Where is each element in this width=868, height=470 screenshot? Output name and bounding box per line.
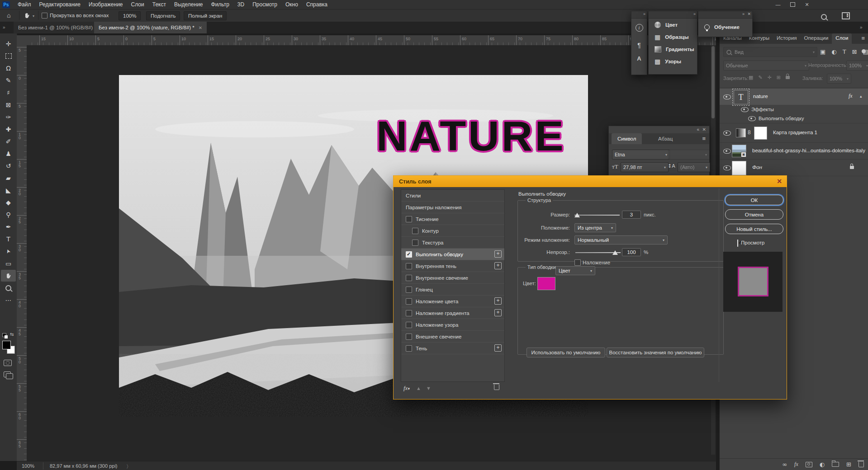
- paragraph-panel-icon[interactable]: ¶: [631, 32, 647, 49]
- hand-tool-icon[interactable]: [24, 12, 31, 19]
- frame-tool[interactable]: ⊠: [1, 99, 16, 111]
- eyedropper-tool[interactable]: ✑: [1, 111, 16, 123]
- add-effect-instance-icon[interactable]: +: [494, 297, 502, 305]
- panel-menu-icon[interactable]: ≡: [861, 33, 868, 44]
- collapse-flyout-icon[interactable]: »: [693, 12, 695, 16]
- visibility-eye-icon[interactable]: [723, 94, 731, 99]
- filter-shape-icon[interactable]: ⊠: [852, 48, 857, 55]
- style-list-item[interactable]: Параметры наложения: [401, 202, 504, 213]
- scroll-all-windows-checkbox[interactable]: [42, 13, 47, 19]
- lasso-tool[interactable]: Ω: [1, 62, 16, 74]
- filter-pixel-layers-icon[interactable]: ▣: [820, 48, 825, 55]
- flyout-item-color[interactable]: Цвет: [649, 19, 697, 31]
- eraser-tool[interactable]: ▰: [1, 172, 16, 184]
- foreground-color-swatch[interactable]: [2, 341, 11, 349]
- menu-item[interactable]: Просмотр: [248, 0, 281, 9]
- visibility-eye-icon[interactable]: [723, 165, 731, 170]
- delete-layer-icon[interactable]: [859, 462, 864, 467]
- add-mask-icon[interactable]: [806, 462, 812, 467]
- flyout-item-swatches[interactable]: ▦Образцы: [649, 31, 697, 43]
- font-style-field[interactable]: ▾: [668, 150, 710, 160]
- lock-artboard-icon[interactable]: ⊞: [777, 75, 781, 80]
- layer-row-gradient-map[interactable]: 8 Карта градиента 1: [720, 123, 868, 142]
- add-effect-instance-icon[interactable]: +: [494, 344, 502, 352]
- style-list-item[interactable]: Наложение градиента+: [401, 307, 504, 319]
- blend-mode-dropdown[interactable]: Обычные▾: [723, 61, 809, 70]
- flyout-item-patterns[interactable]: ▩Узоры: [649, 55, 697, 67]
- layer-effects-icon[interactable]: fx: [794, 461, 798, 468]
- close-button[interactable]: ✕: [800, 0, 814, 9]
- position-dropdown[interactable]: Из центра▾: [574, 223, 616, 232]
- leading-field[interactable]: (Авто)▾: [678, 162, 710, 172]
- dodge-tool[interactable]: ⚲: [1, 209, 16, 221]
- stroke-effect-row[interactable]: Выполнить обводку: [720, 114, 868, 123]
- effect-checkbox[interactable]: [406, 216, 412, 222]
- panel-menu-icon[interactable]: ≡: [702, 135, 706, 142]
- move-effect-down-icon[interactable]: ▼: [426, 385, 431, 391]
- new-style-button[interactable]: Новый стиль...: [725, 224, 783, 234]
- style-list-item[interactable]: Глянец: [401, 284, 504, 296]
- opacity-slider[interactable]: [575, 252, 621, 253]
- effect-checkbox[interactable]: [406, 334, 412, 340]
- dialog-close-icon[interactable]: ✕: [777, 178, 782, 185]
- tool-preset-chevron-icon[interactable]: ▾: [33, 14, 34, 18]
- layer-name[interactable]: beautiful-shot-grassy-hi...ountains-dolo…: [752, 148, 865, 153]
- effect-checkbox[interactable]: [406, 310, 412, 316]
- visibility-eye-icon[interactable]: [741, 107, 749, 112]
- flyout-header[interactable]: »: [649, 11, 697, 19]
- size-slider[interactable]: [574, 215, 620, 216]
- preview-checkbox[interactable]: [737, 240, 738, 247]
- effect-checkbox[interactable]: [406, 251, 412, 258]
- menu-item[interactable]: Справка: [302, 0, 332, 9]
- blend-mode-dropdown[interactable]: Нормальный▾: [574, 235, 668, 244]
- mask-link-icon[interactable]: 8: [748, 129, 751, 136]
- menu-item[interactable]: Слои: [127, 0, 148, 9]
- info-icon[interactable]: i: [636, 24, 643, 32]
- rectangle-tool[interactable]: ▭: [1, 258, 16, 269]
- flyout-item-gradients[interactable]: Градиенты: [649, 43, 697, 55]
- zoom-tool[interactable]: [1, 282, 16, 294]
- filter-type-icon[interactable]: T: [843, 48, 846, 55]
- expand-panel-icon[interactable]: »: [643, 12, 645, 16]
- add-effect-instance-icon[interactable]: +: [494, 262, 502, 269]
- glyphs-panel-icon[interactable]: A: [631, 49, 647, 62]
- style-list-item[interactable]: Внутренняя тень+: [401, 260, 504, 272]
- search-icon[interactable]: [821, 14, 827, 20]
- rectangular-marquee-tool[interactable]: [1, 50, 16, 62]
- workspace-icon[interactable]: [842, 12, 850, 19]
- menu-item[interactable]: 3D: [233, 0, 248, 9]
- workspace-chevron-icon[interactable]: ▾: [847, 14, 849, 18]
- learn-panel-header[interactable]: » ✕: [698, 11, 752, 19]
- quick-selection-tool[interactable]: ✎: [1, 75, 16, 86]
- learn-label[interactable]: Обучение: [714, 24, 740, 30]
- path-selection-tool[interactable]: ➤: [1, 245, 16, 257]
- new-group-icon[interactable]: [832, 462, 839, 467]
- filter-toggle-icon[interactable]: [862, 49, 866, 53]
- add-effect-instance-icon[interactable]: +: [494, 309, 502, 316]
- lock-transparency-icon[interactable]: ▦: [749, 75, 753, 80]
- add-effect-instance-icon[interactable]: +: [494, 250, 502, 258]
- delete-effect-icon[interactable]: [494, 385, 499, 390]
- layer-filter-search[interactable]: Вид▾: [723, 47, 817, 57]
- tab-character[interactable]: Символ: [612, 133, 642, 144]
- panel-tab-История[interactable]: История: [773, 33, 801, 44]
- dialog-titlebar[interactable]: Стиль слоя ✕: [394, 176, 787, 187]
- swap-colors-icon[interactable]: ⇆: [10, 332, 14, 337]
- tabbar-overflow-left-icon[interactable]: »: [3, 25, 5, 30]
- blur-tool[interactable]: ◆: [1, 197, 16, 208]
- home-icon[interactable]: ⌂: [7, 12, 11, 19]
- adjustment-layer-icon[interactable]: ◐: [820, 461, 825, 468]
- style-list-item[interactable]: Наложение цвета+: [401, 296, 504, 307]
- tab-paragraph[interactable]: Абзац: [652, 133, 678, 144]
- reset-default-button[interactable]: Восстановить значения по умолчанию: [607, 348, 704, 357]
- effect-checkbox[interactable]: [406, 322, 412, 328]
- lock-all-icon[interactable]: [786, 76, 790, 79]
- hand-tool[interactable]: [1, 270, 16, 282]
- link-layers-icon[interactable]: ∞: [782, 461, 787, 468]
- style-list-item[interactable]: Контур: [401, 225, 504, 237]
- font-family-field[interactable]: Etna▾: [612, 150, 670, 160]
- panel-tab-Операции[interactable]: Операции: [801, 33, 832, 44]
- collapse-effects-icon[interactable]: ▴: [860, 94, 862, 99]
- layer-name[interactable]: nature: [753, 94, 768, 99]
- layer-row-photo[interactable]: ▣ beautiful-shot-grassy-hi...ountains-do…: [720, 143, 868, 159]
